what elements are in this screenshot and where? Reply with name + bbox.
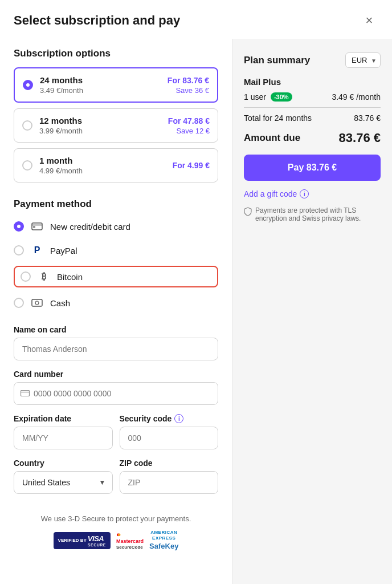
country-group: Country United States United Kingdom Ger…: [14, 459, 113, 503]
modal: Select subscription and pay × Subscripti…: [0, 0, 392, 584]
visa-logo: VERIFIED BY VISA SECURE: [54, 532, 111, 549]
svg-rect-5: [21, 391, 30, 396]
security-info-icon[interactable]: i: [174, 414, 183, 423]
card-input-wrapper: [14, 382, 218, 405]
sub-total-1month: For 4.99 €: [173, 161, 210, 170]
amount-due-section: Amount due 83.76 €: [244, 131, 381, 145]
plan-name: Mail Plus: [244, 77, 381, 87]
card-number-input[interactable]: [14, 382, 218, 405]
payment-option-paypal[interactable]: P PayPal: [14, 242, 218, 259]
plan-summary-title: Plan summary: [244, 55, 310, 66]
card-number-label: Card number: [14, 370, 218, 379]
country-select-wrapper: United States United Kingdom Germany Fra…: [14, 471, 113, 494]
paypal-icon: P: [31, 244, 43, 257]
country-select[interactable]: United States United Kingdom Germany Fra…: [14, 471, 113, 494]
plan-price-per-month: 3.49 € /month: [332, 92, 381, 102]
discount-badge: -30%: [271, 92, 292, 102]
modal-title: Select subscription and pay: [14, 13, 180, 28]
zip-group: ZIP code: [120, 459, 219, 503]
gift-info-icon[interactable]: i: [300, 189, 309, 198]
radio-24months: [23, 80, 33, 90]
modal-header: Select subscription and pay ×: [0, 0, 392, 39]
payment-option-cash[interactable]: Cash: [14, 294, 218, 311]
plan-divider: [244, 107, 381, 108]
radio-paypal: [14, 245, 24, 256]
cash-label: Cash: [50, 298, 70, 308]
sub-total-24months: For 83.76 €: [168, 76, 209, 85]
plan-users-row: 1 user -30% 3.49 € /month: [244, 92, 381, 102]
pay-button[interactable]: Pay 83.76 €: [244, 155, 381, 181]
security-code-label: Security code i: [120, 414, 219, 423]
tls-note: Payments are protected with TLS encrypti…: [244, 206, 381, 222]
expiry-label: Expiration date: [14, 414, 113, 423]
sub-name-12months: 12 months: [39, 116, 161, 125]
radio-1month: [22, 160, 32, 171]
card-number-group: Card number: [14, 370, 218, 405]
bitcoin-icon: ₿: [38, 270, 50, 283]
zip-input[interactable]: [120, 471, 219, 494]
sub-total-12months: For 47.88 €: [168, 116, 210, 125]
currency-select-wrapper: EUR USD GBP ▼: [345, 52, 381, 68]
country-label: Country: [14, 459, 113, 468]
mastercard-logo: ● ● Mastercard SecureCode: [116, 531, 144, 550]
zip-label: ZIP code: [120, 459, 219, 468]
modal-body: Subscription options 24 months 3.49 €/mo…: [0, 39, 392, 584]
sub-monthly-24months: 3.49 €/month: [40, 86, 161, 95]
sub-monthly-12months: 3.99 €/month: [39, 127, 161, 135]
gift-code-label: Add a gift code: [244, 189, 297, 198]
amex-logo: AMERICAN EXPRESS SafeKey: [149, 530, 178, 551]
plan-total-label: Total for 24 months: [244, 113, 312, 123]
card-logos: VERIFIED BY VISA SECURE ● ● Mastercard S…: [14, 530, 218, 551]
subscription-option-24months[interactable]: 24 months 3.49 €/month For 83.76 € Save …: [14, 67, 218, 103]
svg-rect-3: [32, 299, 42, 306]
expiry-group: Expiration date: [14, 414, 113, 459]
subscription-options: 24 months 3.49 €/month For 83.76 € Save …: [14, 67, 218, 182]
radio-cash: [14, 298, 24, 308]
paypal-label: PayPal: [50, 246, 77, 256]
plan-summary-header: Plan summary EUR USD GBP ▼: [244, 52, 381, 68]
amount-due-label: Amount due: [244, 132, 300, 144]
cash-icon: [31, 297, 43, 309]
payment-option-bitcoin[interactable]: ₿ Bitcoin: [14, 266, 218, 287]
name-on-card-input[interactable]: [14, 338, 218, 360]
radio-bitcoin: [21, 271, 31, 282]
subscription-option-12months[interactable]: 12 months 3.99 €/month For 47.88 € Save …: [14, 108, 218, 143]
payment-section-title: Payment method: [14, 198, 218, 210]
subscription-option-1month[interactable]: 1 month 4.99 €/month For 4.99 €: [14, 148, 218, 182]
credit-card-icon: [31, 220, 43, 233]
bitcoin-label: Bitcoin: [57, 272, 83, 282]
plan-users-label: 1 user: [244, 92, 266, 102]
sub-save-24months: Save 36 €: [168, 86, 209, 95]
payment-option-credit-card[interactable]: New credit/debit card: [14, 218, 218, 235]
payment-methods: New credit/debit card P PayPal ₿ Bitcoin: [14, 218, 218, 311]
expiry-security-row: Expiration date Security code i: [14, 414, 218, 459]
security-group: Security code i: [120, 414, 219, 459]
shield-icon: [244, 207, 252, 218]
radio-credit-card: [14, 221, 24, 232]
plan-total-row: Total for 24 months 83.76 €: [244, 113, 381, 123]
radio-12months: [22, 120, 32, 131]
left-panel: Subscription options 24 months 3.49 €/mo…: [0, 39, 232, 584]
svg-rect-2: [33, 226, 35, 228]
close-button[interactable]: ×: [360, 11, 378, 30]
name-on-card-label: Name on card: [14, 325, 218, 334]
sub-monthly-1month: 4.99 €/month: [39, 167, 166, 175]
plan-total-value: 83.76 €: [354, 113, 381, 123]
sub-name-1month: 1 month: [39, 156, 166, 165]
country-zip-row: Country United States United Kingdom Ger…: [14, 459, 218, 503]
currency-select[interactable]: EUR USD GBP: [345, 52, 381, 68]
card-number-icon: [21, 389, 30, 398]
security-code-input[interactable]: [120, 427, 219, 449]
sub-save-12months: Save 12 €: [168, 127, 210, 135]
subscription-section-title: Subscription options: [14, 48, 218, 59]
3d-secure-note: We use 3-D Secure to protect your paymen…: [14, 514, 218, 523]
tls-note-text: Payments are protected with TLS encrypti…: [255, 206, 381, 222]
credit-card-label: New credit/debit card: [50, 222, 130, 232]
expiry-input[interactable]: [14, 427, 113, 449]
svg-point-4: [35, 301, 39, 305]
name-on-card-group: Name on card: [14, 325, 218, 360]
sub-name-24months: 24 months: [40, 75, 161, 85]
gift-code-link[interactable]: Add a gift code i: [244, 189, 309, 198]
right-panel: Plan summary EUR USD GBP ▼ Mail Plus 1 u…: [232, 39, 392, 584]
amount-due-value: 83.76 €: [339, 131, 381, 145]
